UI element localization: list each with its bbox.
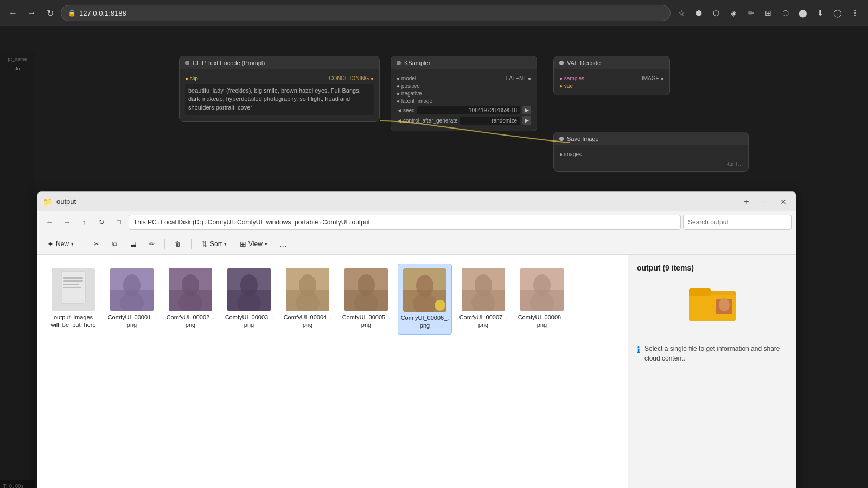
minimize-btn[interactable]: − [758,195,772,209]
new-icon: ✦ [47,240,54,248]
cut-btn[interactable]: ✂ [88,236,105,252]
toolbar-sep1 [84,239,84,249]
file-item[interactable]: _output_images_will_be_put_here [46,264,100,335]
new-label: New [56,240,69,248]
breadcrumb-comfyui1[interactable]: ComfyUI [208,219,233,226]
file-grid: _output_images_will_be_put_here ComfyUI_… [37,255,628,488]
paste-btn[interactable]: ⬓ [125,236,142,252]
clip-node-body: ● clip CONDITIONING ● beautiful lady, (f… [180,69,379,121]
ksampler-control-row: ◄ control_after_generate randomize ▶ [397,116,531,125]
file-item[interactable]: ComfyUI_00002_.png [163,264,218,335]
file-item[interactable]: ComfyUI_00005_.png [339,264,393,335]
file-item[interactable]: ComfyUI_00001_.png [105,264,159,335]
file-item[interactable]: ComfyUI_00006_.png [398,264,452,335]
ksampler-model-dot: ● model [397,75,416,81]
download-btn[interactable]: ⬇ [813,5,828,21]
svg-rect-2 [63,280,83,282]
breadcrumb-thispc[interactable]: This PC [133,219,157,226]
breadcrumb-sep3: › [234,219,236,226]
ksampler-latent-label: LATENT ● [506,75,531,81]
new-btn[interactable]: ✦ New ▾ [42,236,79,252]
ksampler-positive-dot: ● positive [397,83,420,89]
ext2-btn[interactable]: ⬡ [709,5,724,21]
star-btn[interactable]: ☆ [674,5,689,21]
svg-point-42 [719,298,730,311]
file-item[interactable]: ComfyUI_00008_.png [515,264,569,335]
ksampler-seed-step-btn[interactable]: ▶ [522,106,531,114]
vae-samples-row: ● samples IMAGE ● [559,75,664,81]
copy-btn[interactable]: ⧉ [107,236,123,252]
file-name: ComfyUI_00006_.png [400,314,449,330]
toolbar-sep3 [191,239,192,249]
ext6-btn[interactable]: ⬡ [778,5,793,21]
more-btn[interactable]: ... [275,236,291,252]
ksampler-body: ● model LATENT ● ● positive ● negative ●… [391,69,537,131]
view-btn[interactable]: ⊞ View ▾ [234,236,273,252]
ksampler-negative-dot: ● negative [397,91,422,97]
browser-forward-btn[interactable]: → [24,5,39,21]
sidebar-j-label: Ju [15,66,20,72]
profile-btn[interactable]: ⬤ [795,5,810,21]
vae-vae-dot: ● vae [559,83,573,89]
file-name: ComfyUI_00005_.png [341,313,391,329]
save-images-row: ● images [559,151,743,157]
breadcrumb-comfyui2[interactable]: ComfyUI [322,219,348,226]
file-item[interactable]: ComfyUI_00004_.png [280,264,335,335]
explorer-view-btn[interactable]: □ [111,215,126,230]
titlebar-folder-icon: 📁 [43,197,52,206]
ksampler-seed-value[interactable]: 1084197287859518 [417,106,520,114]
ksampler-seed-arrow: ◄ [397,107,402,113]
delete-btn[interactable]: 🗑 [169,236,187,252]
explorer-refresh-btn[interactable]: ↻ [94,215,109,230]
url-text: 127.0.0.1:8188 [79,9,126,17]
explorer-title: output [56,197,735,206]
ksampler-control-step-btn[interactable]: ▶ [522,116,531,125]
ext3-btn[interactable]: ◈ [726,5,741,21]
file-name: ComfyUI_00008_.png [517,313,567,329]
ext5-btn[interactable]: ⊞ [761,5,776,21]
browser-refresh-btn[interactable]: ↻ [42,5,58,21]
menu-btn[interactable]: ⋮ [847,5,863,21]
clip-node: CLIP Text Encode (Prompt) ● clip CONDITI… [179,56,380,122]
save-extra: RunF... [559,159,743,167]
ksampler-control-value[interactable]: randomize [460,117,520,125]
sort-btn[interactable]: ⇅ Sort ▾ [196,236,232,252]
save-extra-label: RunF... [725,161,743,167]
ext4-btn[interactable]: ✏ [743,5,758,21]
explorer-back-btn[interactable]: ← [42,215,57,230]
search-input[interactable] [683,215,792,230]
breadcrumb-comfyui-portable[interactable]: ComfyUI_windows_portable [237,219,318,226]
vae-image-label: IMAGE ● [642,75,664,81]
account-btn[interactable]: ◯ [830,5,845,21]
right-panel-info: ℹ Select a single file to get informatio… [637,344,787,363]
breadcrumb-localdisk[interactable]: Local Disk (D:) [161,219,203,226]
address-bar[interactable]: 🔒 127.0.0.1:8188 [61,5,671,21]
file-name: _output_images_will_be_put_here [48,313,98,329]
file-thumbnail [520,268,564,311]
lock-icon: 🔒 [68,9,76,17]
file-thumbnail [462,268,505,311]
view-icon: ⊞ [240,240,246,248]
file-thumbnail [52,268,95,311]
sort-icon: ⇅ [201,240,208,248]
svg-rect-39 [689,288,711,296]
ext1-btn[interactable]: ⬢ [691,5,706,21]
svg-rect-1 [63,277,83,279]
explorer-up-btn[interactable]: ↑ [76,215,92,230]
browser-back-btn[interactable]: ← [5,5,21,21]
clip-prompt[interactable]: beautiful lady, (freckles), big smile, b… [185,84,374,115]
breadcrumb-sep4: › [319,219,321,226]
save-image-node: Save Image ● images RunF... [553,132,749,172]
file-item[interactable]: ComfyUI_00003_.png [222,264,276,335]
file-item[interactable]: ComfyUI_00007_.png [456,264,510,335]
explorer-forward-btn[interactable]: → [59,215,74,230]
new-chevron: ▾ [71,241,74,247]
rename-btn[interactable]: ✏ [144,236,160,252]
file-name: ComfyUI_00003_.png [224,313,274,329]
close-btn[interactable]: ✕ [776,195,790,209]
ksampler-negative-row: ● negative [397,91,531,97]
vae-title: VAE Decode [554,56,669,69]
file-name: ComfyUI_00001_.png [107,313,157,329]
add-tab-btn[interactable]: + [739,195,754,209]
breadcrumb-output[interactable]: output [352,219,369,226]
